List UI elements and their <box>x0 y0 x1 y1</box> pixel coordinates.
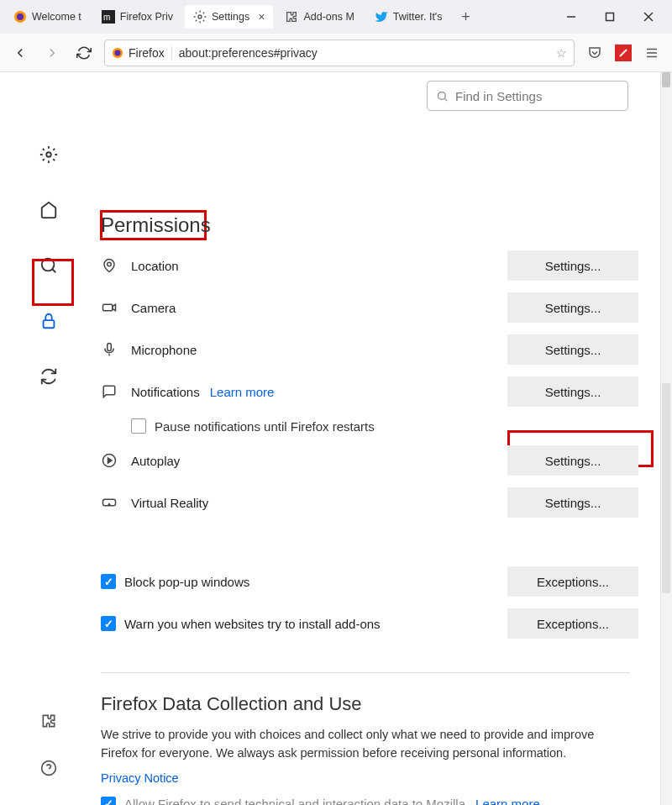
vr-settings-button[interactable]: Settings... <box>507 487 638 518</box>
site-icon: m <box>102 10 115 24</box>
puzzle-icon <box>285 10 298 24</box>
svg-marker-26 <box>108 458 113 463</box>
privacy-notice-link[interactable]: Privacy Notice <box>101 771 655 785</box>
tab-label: Settings <box>212 11 249 23</box>
microphone-icon <box>101 341 118 358</box>
main-pane: Find in Settings Permissions Location Se… <box>101 81 655 805</box>
notifications-settings-button[interactable]: Settings... <box>507 376 638 407</box>
toolbar: Firefox about:preferences#privacy ☆ <box>0 34 672 72</box>
pause-notifications-row: Pause notifications until Firefox restar… <box>131 418 655 434</box>
data-collection-body: We strive to provide you with choices an… <box>101 725 622 763</box>
warn-install-row: Warn you when websites try to install ad… <box>101 608 655 639</box>
block-popups-exceptions-button[interactable]: Exceptions... <box>507 566 638 597</box>
tab-label: Add-ons M <box>303 11 354 23</box>
svg-point-20 <box>438 92 446 99</box>
forward-button[interactable] <box>40 41 64 65</box>
permission-notifications: Notifications Learn more Settings... <box>101 376 655 407</box>
tab-label: Firefox Priv <box>120 11 173 23</box>
back-button[interactable] <box>8 41 32 65</box>
permission-label: Location <box>131 259 179 273</box>
camera-icon <box>101 299 118 316</box>
microphone-settings-button[interactable]: Settings... <box>507 334 638 365</box>
warn-install-label: Warn you when websites try to install ad… <box>124 617 381 631</box>
firefox-icon <box>112 47 123 59</box>
permission-label: Microphone <box>131 343 197 357</box>
svg-rect-17 <box>44 320 55 328</box>
section-divider <box>101 672 630 673</box>
camera-settings-button[interactable]: Settings... <box>507 292 638 323</box>
permission-autoplay: Autoplay Settings... <box>101 445 655 476</box>
tab-settings[interactable]: Settings × <box>185 5 273 29</box>
category-home[interactable] <box>34 195 64 225</box>
find-in-settings-input[interactable]: Find in Settings <box>427 81 628 111</box>
allow-data-row: Allow Firefox to send technical and inte… <box>101 797 655 805</box>
firefox-icon <box>13 10 27 24</box>
tab-twitter[interactable]: Twitter. It's <box>366 5 451 29</box>
close-window-button[interactable] <box>630 4 667 29</box>
bookmark-star-icon[interactable]: ☆ <box>556 46 567 60</box>
identity-label: Firefox <box>129 46 165 60</box>
reload-button[interactable] <box>72 41 96 65</box>
block-popups-checkbox[interactable] <box>101 574 116 589</box>
addons-button[interactable] <box>34 706 64 736</box>
new-tab-button[interactable]: + <box>454 5 478 29</box>
data-collection-heading: Firefox Data Collection and Use <box>101 693 655 715</box>
identity-box[interactable]: Firefox <box>112 46 172 60</box>
url-text: about:preferences#privacy <box>179 46 318 60</box>
content-area: Find in Settings Permissions Location Se… <box>0 72 672 805</box>
permission-location: Location Settings... <box>101 250 655 281</box>
minimize-button[interactable] <box>553 4 590 29</box>
svg-text:m: m <box>103 13 110 22</box>
highlight-privacy-icon <box>32 259 74 306</box>
notifications-icon <box>101 383 118 400</box>
vertical-scrollbar[interactable] <box>660 72 672 805</box>
maximize-button[interactable] <box>591 4 628 29</box>
allow-data-checkbox[interactable] <box>101 797 116 805</box>
permission-label: Autoplay <box>131 454 180 468</box>
permission-microphone: Microphone Settings... <box>101 334 655 365</box>
permissions-list: Location Settings... Camera Settings... … <box>101 250 655 639</box>
extension-button[interactable] <box>615 45 632 61</box>
app-menu-button[interactable] <box>640 41 664 65</box>
category-privacy[interactable] <box>34 306 64 336</box>
url-bar[interactable]: Firefox about:preferences#privacy ☆ <box>104 39 575 66</box>
allow-data-label: Allow Firefox to send technical and inte… <box>124 797 465 805</box>
tab-welcome[interactable]: Welcome t <box>5 5 90 29</box>
category-general[interactable] <box>34 139 64 170</box>
location-icon <box>101 257 118 274</box>
bottom-sidebar <box>34 706 64 783</box>
permission-label: Virtual Reality <box>131 496 208 510</box>
help-button[interactable] <box>34 753 64 783</box>
autoplay-settings-button[interactable]: Settings... <box>507 445 638 476</box>
tab-label: Welcome t <box>32 11 81 23</box>
tab-bar: Welcome t m Firefox Priv Settings × Add-… <box>0 0 672 34</box>
tab-firefox-priv[interactable]: m Firefox Priv <box>93 5 181 29</box>
svg-point-14 <box>46 152 51 157</box>
pause-notifications-checkbox[interactable] <box>131 418 146 434</box>
svg-rect-24 <box>108 344 112 351</box>
permission-camera: Camera Settings... <box>101 292 655 323</box>
svg-rect-23 <box>103 304 113 311</box>
vr-icon <box>101 494 118 511</box>
search-icon <box>436 90 449 103</box>
warn-install-checkbox[interactable] <box>101 616 116 631</box>
block-popups-row: Block pop-up windows Exceptions... <box>101 566 655 597</box>
tab-label: Twitter. It's <box>393 11 443 23</box>
location-settings-button[interactable]: Settings... <box>507 250 638 281</box>
svg-line-21 <box>444 98 447 101</box>
scrollbar-thumb[interactable] <box>662 383 670 593</box>
close-icon[interactable]: × <box>258 10 265 24</box>
window-controls <box>553 4 667 29</box>
svg-rect-6 <box>606 13 614 21</box>
scrollbar-arrow-up[interactable] <box>662 72 670 87</box>
permission-label: Camera <box>131 301 176 315</box>
pause-notifications-label: Pause notifications until Firefox restar… <box>155 419 375 434</box>
warn-install-exceptions-button[interactable]: Exceptions... <box>507 608 638 639</box>
search-placeholder: Find in Settings <box>455 89 542 103</box>
notifications-learn-more-link[interactable]: Learn more <box>210 385 275 399</box>
allow-data-learn-more-link[interactable]: Learn more <box>475 797 540 805</box>
pocket-button[interactable] <box>583 41 606 65</box>
autoplay-icon <box>101 452 118 469</box>
tab-addons[interactable]: Add-ons M <box>276 5 362 29</box>
category-sync[interactable] <box>34 361 64 392</box>
